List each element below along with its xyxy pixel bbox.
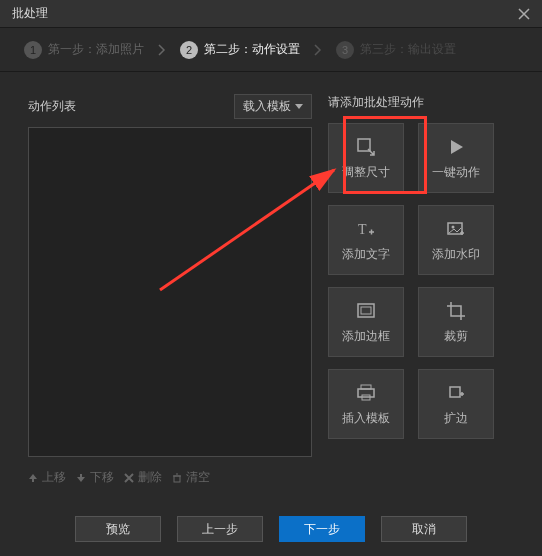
step-2-label: 第二步：动作设置 <box>204 41 300 58</box>
crop-icon <box>445 300 467 322</box>
step-3-num: 3 <box>336 41 354 59</box>
tile-insert-template-label: 插入模板 <box>342 410 390 427</box>
right-panel: 请添加批处理动作 调整尺寸 一键动作 T 添加文字 <box>328 90 518 486</box>
delete-button: 删除 <box>124 469 162 486</box>
text-icon: T <box>355 218 377 240</box>
arrow-up-icon <box>28 473 38 483</box>
action-list-title: 动作列表 <box>28 98 76 115</box>
step-3: 3 第三步：输出设置 <box>336 41 456 59</box>
prev-button[interactable]: 上一步 <box>177 516 263 542</box>
step-1-label: 第一步：添加照片 <box>48 41 144 58</box>
close-button[interactable] <box>514 4 534 24</box>
titlebar: 批处理 <box>0 0 542 28</box>
trash-icon <box>172 473 182 483</box>
resize-icon <box>355 136 377 158</box>
printer-icon <box>355 382 377 404</box>
content: 动作列表 载入模板 上移 下移 删除 清空 <box>0 72 542 494</box>
tile-resize-label: 调整尺寸 <box>342 164 390 181</box>
tile-crop-label: 裁剪 <box>444 328 468 345</box>
right-title: 请添加批处理动作 <box>328 94 518 111</box>
load-template-label: 载入模板 <box>243 98 291 115</box>
step-sep-1 <box>158 44 166 56</box>
step-2-num: 2 <box>180 41 198 59</box>
step-1[interactable]: 1 第一步：添加照片 <box>24 41 144 59</box>
load-template-dropdown[interactable]: 载入模板 <box>234 94 312 119</box>
tile-resize[interactable]: 调整尺寸 <box>328 123 404 193</box>
tile-expand[interactable]: 扩边 <box>418 369 494 439</box>
step-3-label: 第三步：输出设置 <box>360 41 456 58</box>
svg-point-4 <box>452 225 455 228</box>
chevron-right-icon <box>314 44 322 56</box>
cancel-button[interactable]: 取消 <box>381 516 467 542</box>
svg-rect-8 <box>358 389 374 397</box>
svg-rect-5 <box>358 304 374 317</box>
svg-rect-0 <box>174 476 180 482</box>
next-button[interactable]: 下一步 <box>279 516 365 542</box>
move-down-button: 下移 <box>76 469 114 486</box>
step-2[interactable]: 2 第二步：动作设置 <box>180 41 300 59</box>
tile-add-watermark-label: 添加水印 <box>432 246 480 263</box>
list-actions: 上移 下移 删除 清空 <box>28 469 312 486</box>
window-title: 批处理 <box>12 5 48 22</box>
preview-button[interactable]: 预览 <box>75 516 161 542</box>
chevron-down-icon <box>295 104 303 110</box>
footer: 预览 上一步 下一步 取消 <box>0 516 542 542</box>
tile-expand-label: 扩边 <box>444 410 468 427</box>
tile-add-text-label: 添加文字 <box>342 246 390 263</box>
close-icon <box>518 8 530 20</box>
clear-button: 清空 <box>172 469 210 486</box>
move-up-button: 上移 <box>28 469 66 486</box>
left-panel: 动作列表 载入模板 上移 下移 删除 清空 <box>28 90 312 486</box>
tile-grid: 调整尺寸 一键动作 T 添加文字 添加水印 <box>328 123 518 439</box>
arrow-down-icon <box>76 473 86 483</box>
step-sep-2 <box>314 44 322 56</box>
tile-add-text[interactable]: T 添加文字 <box>328 205 404 275</box>
svg-text:T: T <box>358 222 367 237</box>
tile-add-border[interactable]: 添加边框 <box>328 287 404 357</box>
x-icon <box>124 473 134 483</box>
watermark-icon <box>445 218 467 240</box>
play-icon <box>445 136 467 158</box>
tile-insert-template[interactable]: 插入模板 <box>328 369 404 439</box>
action-listbox[interactable] <box>28 127 312 457</box>
tile-add-watermark[interactable]: 添加水印 <box>418 205 494 275</box>
tile-crop[interactable]: 裁剪 <box>418 287 494 357</box>
chevron-right-icon <box>158 44 166 56</box>
tile-one-click[interactable]: 一键动作 <box>418 123 494 193</box>
svg-rect-10 <box>450 387 460 397</box>
border-icon <box>355 300 377 322</box>
step-bar: 1 第一步：添加照片 2 第二步：动作设置 3 第三步：输出设置 <box>0 28 542 72</box>
svg-rect-6 <box>361 307 371 314</box>
tile-add-border-label: 添加边框 <box>342 328 390 345</box>
step-1-num: 1 <box>24 41 42 59</box>
tile-one-click-label: 一键动作 <box>432 164 480 181</box>
expand-icon <box>445 382 467 404</box>
